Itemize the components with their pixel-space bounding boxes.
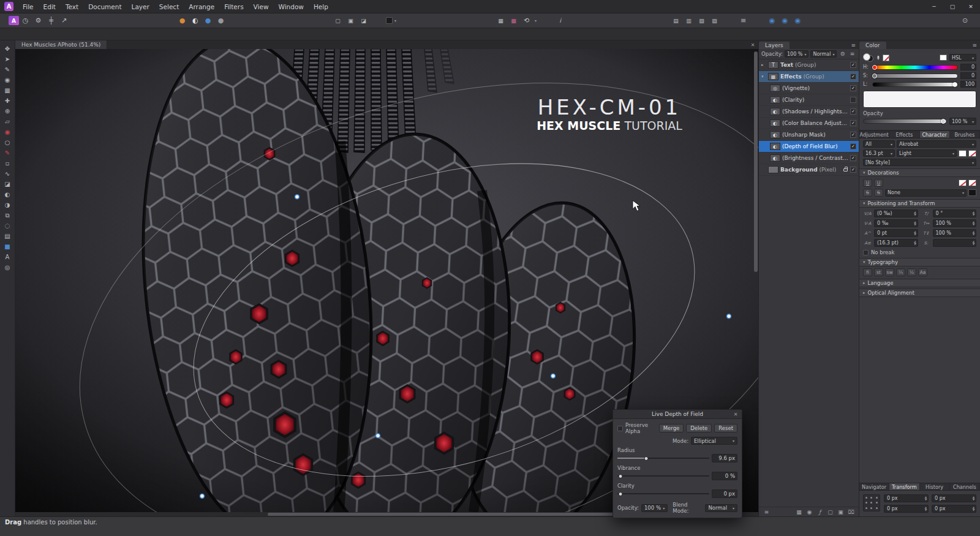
burn-brush-tool[interactable]: ◑ (1, 200, 14, 210)
info-icon[interactable]: i (554, 15, 567, 26)
blur-brush-tool[interactable]: ◌ (1, 221, 14, 231)
dof-handle[interactable] (551, 374, 556, 378)
color-wheel-icon[interactable] (863, 53, 873, 62)
layer-visibility-checkbox[interactable]: ✓ (850, 62, 856, 68)
canvas-viewport[interactable]: HEX-CM-01 HEX MUSCLE TUTORIAL Live Depth… (15, 49, 758, 512)
layer-visibility-checkbox[interactable]: ✓ (850, 85, 856, 91)
paint-brush-tool[interactable]: ✎ (1, 148, 14, 158)
refresh-icon[interactable]: ◉ (791, 15, 804, 26)
blackwhite-preview-icon[interactable]: ◐ (189, 15, 202, 26)
layer-visibility-checkbox[interactable]: ✓ (850, 120, 856, 126)
layer-row-color-balance[interactable]: ◐ (Color Balance Adjustment ✓ (759, 118, 859, 129)
underline-color-swatch[interactable] (959, 179, 967, 186)
zoom-tool[interactable]: ◎ (1, 262, 14, 273)
gradient-tool[interactable]: ▤ (1, 231, 14, 241)
clarity-slider-thumb[interactable] (618, 492, 622, 496)
hue-value[interactable]: 0 (960, 64, 976, 70)
stylistic-alternates-icon[interactable]: Aa (918, 268, 927, 276)
dof-handle[interactable] (727, 314, 731, 319)
color-opacity-slider-thumb[interactable] (941, 119, 946, 124)
erase-brush-tool[interactable]: ◪ (1, 179, 14, 189)
menu-arrange[interactable]: Arrange (184, 0, 219, 13)
stroke-color-swatch[interactable] (968, 150, 976, 157)
layer-row-effects-group[interactable]: ▾ ▦ Effects (Group) ✓ (759, 71, 859, 83)
lightness-slider-thumb[interactable] (952, 82, 957, 87)
adjustment-layer-icon[interactable]: ◉ (805, 508, 813, 516)
crop-tool[interactable]: ▦ (1, 85, 14, 96)
saturation-slider[interactable] (872, 74, 958, 78)
menu-document[interactable]: Document (83, 0, 126, 13)
preferences-icon[interactable]: ⚙ (32, 15, 45, 26)
discretionary-ligatures-icon[interactable]: st (874, 268, 883, 276)
chevron-down-icon[interactable]: ▾ (535, 18, 537, 23)
blue-channel-icon[interactable]: ● (202, 15, 214, 26)
menu-select[interactable]: Select (154, 0, 184, 13)
close-button[interactable]: ✕ (962, 0, 980, 13)
menu-text[interactable]: Text (61, 0, 83, 13)
maximize-button[interactable]: ▢ (943, 0, 962, 13)
layer-visibility-checkbox[interactable]: ✓ (850, 143, 856, 149)
text-style-dropdown[interactable]: [No Style]▾ (863, 159, 976, 166)
new-layer-icon[interactable]: ▢ (826, 508, 834, 516)
horizontal-scrollbar-thumb[interactable] (268, 513, 654, 516)
layer-visibility-checkbox[interactable]: ✓ (850, 167, 856, 173)
font-family-dropdown[interactable]: Akrobat▾ (897, 140, 976, 148)
red-eye-removal-tool[interactable]: ◉ (1, 127, 14, 137)
decorations-section-header[interactable]: ▾ Decorations (859, 168, 980, 177)
double-strikethrough-icon[interactable]: S (874, 189, 883, 197)
layer-visibility-checkbox[interactable]: ✓ (850, 108, 856, 115)
color-model-dropdown[interactable]: HSL ▾ (949, 54, 976, 61)
fractions-icon[interactable]: ¼ (896, 268, 905, 276)
layer-row-shadows-highlights[interactable]: ◐ (Shadows / Highlights Adj... ✓ (759, 106, 859, 118)
no-color-swatch[interactable] (883, 55, 889, 61)
app-logo-icon[interactable]: A (4, 2, 13, 11)
pixel-tool[interactable]: ▫ (1, 158, 14, 168)
font-size-dropdown[interactable]: 16.3 pt▾ (863, 149, 895, 157)
tracking-field[interactable]: 0 ‰▲▼ (874, 219, 918, 227)
vibrance-value[interactable]: 0 % (712, 472, 737, 480)
layer-row-unsharp-mask[interactable]: ◐ (Unsharp Mask) ✓ (759, 129, 859, 141)
smudge-brush-tool[interactable]: ∿ (1, 168, 14, 179)
saturation-slider-thumb[interactable] (872, 74, 877, 78)
quick-mask-swatch[interactable]: ▾ (386, 17, 396, 24)
close-icon[interactable]: ✕ (731, 410, 740, 419)
share-icon[interactable]: ↗ (58, 15, 70, 26)
thumbnail-options-icon[interactable]: ≡ (763, 508, 771, 516)
language-section-header[interactable]: ▸ Language (859, 279, 980, 287)
assistant-icon[interactable]: ◷ (19, 15, 32, 26)
blemish-removal-tool[interactable]: ○ (1, 137, 14, 148)
panel-menu-icon[interactable]: ≡ (848, 42, 859, 49)
vertical-scale-field[interactable]: 100 %▲▼ (933, 229, 977, 237)
dof-handle[interactable] (200, 494, 205, 498)
menu-file[interactable]: File (18, 0, 39, 13)
flood-select-tool[interactable]: ◉ (1, 75, 14, 85)
underline-fill-swatch[interactable] (968, 179, 976, 186)
layer-row-brightness-contrast[interactable]: ◐ (Brightness / Contrast Adju... ✓ (759, 153, 859, 164)
font-weight-dropdown[interactable]: Light▾ (897, 149, 957, 157)
menu-view[interactable]: View (249, 0, 274, 13)
layer-settings-icon[interactable]: ⚙ (839, 50, 846, 58)
clarity-slider[interactable] (617, 490, 709, 497)
lightness-slider[interactable] (872, 82, 958, 87)
leading-field[interactable]: (16.3 pt)▲▼ (874, 239, 918, 247)
menu-edit[interactable]: Edit (39, 0, 61, 13)
tab-character[interactable]: Character (920, 131, 950, 138)
horizontal-scale-field[interactable]: 100 %▲▼ (933, 219, 977, 227)
align-center-icon[interactable]: ▥ (682, 15, 695, 26)
transform-x-field[interactable]: 0 px▲▼ (884, 494, 929, 502)
transform-height-field[interactable]: 0 px▲▼ (932, 505, 976, 513)
baseline-field[interactable]: 0 pt▲▼ (874, 229, 918, 237)
anchor-point-selector[interactable] (863, 494, 880, 511)
tab-transform[interactable]: Transform (889, 483, 919, 490)
tab-brushes[interactable]: Brushes (950, 131, 980, 138)
decoration-color-swatch[interactable] (968, 189, 976, 196)
selection-subtract-icon[interactable]: ◪ (357, 15, 370, 26)
selection-add-icon[interactable]: ▣ (344, 15, 357, 26)
document-close-icon[interactable]: ✕ (747, 40, 758, 49)
align-right-icon[interactable]: ▧ (695, 15, 708, 26)
fill-color-swatch[interactable] (959, 150, 967, 157)
softproof-icon[interactable]: ● (176, 15, 189, 26)
account-icon[interactable]: ⊙ (959, 15, 971, 26)
order-list-icon[interactable]: ≡ (737, 15, 750, 26)
layer-row-text-group[interactable]: ▸ T Text (Group) ✓ (759, 59, 859, 71)
